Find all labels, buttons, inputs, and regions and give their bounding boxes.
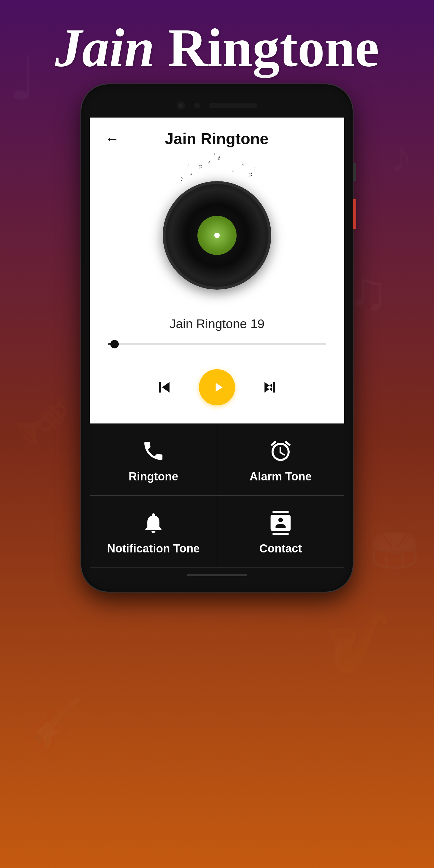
home-indicator[interactable] xyxy=(187,574,247,576)
nav-alarm[interactable]: Alarm Tone xyxy=(217,424,344,495)
svg-text:♬: ♬ xyxy=(247,170,253,178)
phone-top-bar xyxy=(90,93,344,118)
svg-text:♫: ♫ xyxy=(253,166,256,170)
alarm-label: Alarm Tone xyxy=(250,470,312,483)
previous-button[interactable] xyxy=(154,377,175,398)
title-regular: Ringtone xyxy=(155,18,379,78)
back-button[interactable]: ← xyxy=(105,130,119,147)
svg-text:♪: ♪ xyxy=(208,159,210,164)
front-camera xyxy=(177,101,185,110)
notification-label: Notification Tone xyxy=(107,542,200,555)
nav-contact[interactable]: Contact xyxy=(217,495,344,567)
phone-icon xyxy=(141,439,165,464)
vinyl-spindle xyxy=(214,233,220,238)
track-name: Jain Ringtone 19 xyxy=(90,308,344,334)
nav-notification[interactable]: Notification Tone xyxy=(90,495,217,567)
svg-text:♪: ♪ xyxy=(232,167,235,173)
svg-text:♪: ♪ xyxy=(213,152,216,156)
svg-text:♩: ♩ xyxy=(190,171,193,176)
progress-bar[interactable] xyxy=(108,343,326,345)
ringtone-label: Ringtone xyxy=(129,470,179,483)
playback-controls xyxy=(90,357,344,424)
progress-section xyxy=(90,334,344,357)
app-title: Jain Ringtone xyxy=(128,130,305,148)
bottom-navigation: Ringtone Alarm Tone xyxy=(90,424,344,567)
earpiece-speaker xyxy=(209,103,257,108)
contact-icon xyxy=(269,511,293,536)
nav-ringtone[interactable]: Ringtone xyxy=(90,424,217,495)
proximity-sensor xyxy=(194,102,200,108)
svg-text:♬: ♬ xyxy=(216,155,221,161)
next-button[interactable] xyxy=(259,377,280,398)
vinyl-center-label xyxy=(197,216,237,255)
phone-outer-shell: ← Jain Ringtone ♪ ♩ ♫ ♪ ♬ ♩ xyxy=(82,84,352,592)
vinyl-disc xyxy=(163,181,271,290)
svg-text:♩: ♩ xyxy=(224,163,227,167)
vinyl-section: ♪ ♩ ♫ ♪ ♬ ♩ ♪ ♫ ♬ ♩ ♪ ♫ xyxy=(90,157,344,308)
page-main-title: Jain Ringtone xyxy=(18,18,416,78)
progress-thumb[interactable] xyxy=(110,340,119,348)
contact-label: Contact xyxy=(259,542,302,555)
play-button[interactable] xyxy=(199,369,235,405)
phone-bottom-bar xyxy=(90,567,344,583)
alarm-icon xyxy=(269,439,293,464)
phone-screen: ← Jain Ringtone ♪ ♩ ♫ ♪ ♬ ♩ xyxy=(90,118,344,567)
phone-mockup: ← Jain Ringtone ♪ ♩ ♫ ♪ ♬ ♩ xyxy=(82,84,352,592)
svg-text:♪: ♪ xyxy=(179,175,184,183)
svg-text:♩: ♩ xyxy=(187,164,189,167)
bell-icon xyxy=(141,511,165,536)
vinyl-wrapper: ♪ ♩ ♫ ♪ ♬ ♩ ♪ ♫ ♬ ♩ ♪ ♫ xyxy=(157,175,277,296)
page-title-section: Jain Ringtone xyxy=(0,12,434,84)
svg-text:♫: ♫ xyxy=(241,161,245,167)
svg-text:♫: ♫ xyxy=(197,162,204,170)
title-bold: Jain xyxy=(55,18,154,78)
